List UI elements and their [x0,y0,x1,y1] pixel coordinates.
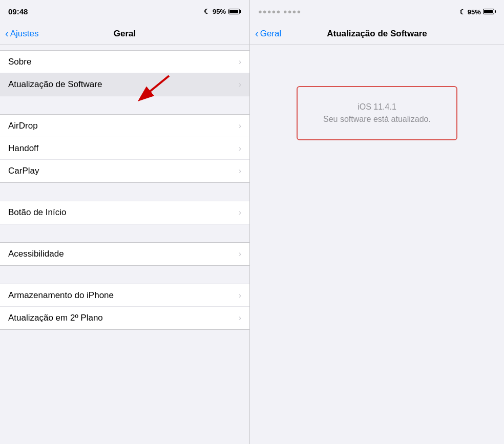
left-back-button[interactable]: ‹ Ajustes [5,28,38,39]
left-time: 09:48 [8,7,28,16]
right-moon-icon: ☾ [459,8,466,16]
right-nav-bar: ‹ Geral Atualização de Software [250,23,504,45]
left-panel: 09:48 ☾ 95% ‹ Ajustes Geral Sobre › At [0,0,250,444]
row-airdrop-label: AirDrop [8,121,38,131]
section-group-1: Sobre › Atualização de Software › [0,50,249,96]
chevron-airdrop: › [239,121,241,131]
row-airdrop[interactable]: AirDrop › [0,115,249,137]
right-nav-title: Atualização de Software [327,29,427,39]
spacer-4 [0,266,249,284]
moon-icon: ☾ [204,8,210,15]
row-handoff-label: Handoff [8,143,38,154]
back-chevron-icon: ‹ [5,28,9,39]
row-armazenamento-label: Armazenamento do iPhone [8,290,114,301]
row-atualizacao-label: Atualização de Software [8,79,102,90]
row-sobre-label: Sobre [8,57,31,67]
right-back-label: Geral [260,29,282,39]
spacer-2 [0,183,249,201]
battery-icon-left [228,9,241,14]
row-carplay[interactable]: CarPlay › [0,160,249,182]
left-status-bar: 09:48 ☾ 95% [0,0,249,23]
row-armazenamento[interactable]: Armazenamento do iPhone › [0,284,249,307]
right-blurred-text: ●●●●● ●●●● [258,8,301,15]
left-nav-bar: ‹ Ajustes Geral [0,23,249,45]
row-botao-inicio-label: Botão de Início [8,207,66,218]
chevron-handoff: › [239,144,241,153]
row-acessibilidade-label: Acessibilidade [8,249,64,259]
right-back-button[interactable]: ‹ Geral [255,28,281,39]
row-handoff[interactable]: Handoff › [0,137,249,160]
right-content: iOS 11.4.1 Seu software está atualizado. [250,45,504,444]
right-battery-icon [483,9,496,14]
right-battery-percent: 95% [468,8,481,16]
section-group-2: AirDrop › Handoff › CarPlay › [0,114,249,183]
chevron-botao-inicio: › [239,208,241,217]
update-status-text: Seu software está atualizado. [323,115,431,124]
row-atualizacao[interactable]: Atualização de Software › [0,73,249,96]
row-botao-inicio[interactable]: Botão de Início › [0,201,249,224]
right-panel: ●●●●● ●●●● ☾ 95% ‹ Geral Atualização de … [250,0,504,444]
left-back-label: Ajustes [10,29,39,39]
update-info-box: iOS 11.4.1 Seu software está atualizado. [297,86,457,140]
section-group-3: Botão de Início › [0,201,249,224]
spacer-5 [0,330,249,348]
left-status-icons: ☾ 95% [204,8,241,15]
chevron-acessibilidade: › [239,249,241,259]
row-atualizacao-plano-label: Atualização em 2º Plano [8,313,103,323]
chevron-sobre: › [239,57,241,67]
chevron-carplay: › [239,166,241,176]
spacer-3 [0,224,249,242]
left-settings-content: Sobre › Atualização de Software › [0,45,249,444]
chevron-atualizacao-plano: › [239,313,241,323]
spacer-1 [0,96,249,114]
section-group-5: Armazenamento do iPhone › Atualização em… [0,284,249,330]
spacer-top [0,45,249,50]
right-status-bar: ●●●●● ●●●● ☾ 95% [250,0,504,23]
row-sobre[interactable]: Sobre › [0,51,249,73]
chevron-atualizacao: › [239,80,241,89]
row-acessibilidade[interactable]: Acessibilidade › [0,243,249,265]
row-atualizacao-plano[interactable]: Atualização em 2º Plano › [0,307,249,329]
row-carplay-label: CarPlay [8,166,39,176]
left-nav-title: Geral [114,29,136,39]
ios-version-text: iOS 11.4.1 [323,102,431,112]
right-back-chevron-icon: ‹ [255,28,259,39]
battery-percent-left: 95% [213,8,226,15]
right-status-icons: ☾ 95% [459,7,496,16]
section-group-4: Acessibilidade › [0,242,249,266]
chevron-armazenamento: › [239,291,241,300]
